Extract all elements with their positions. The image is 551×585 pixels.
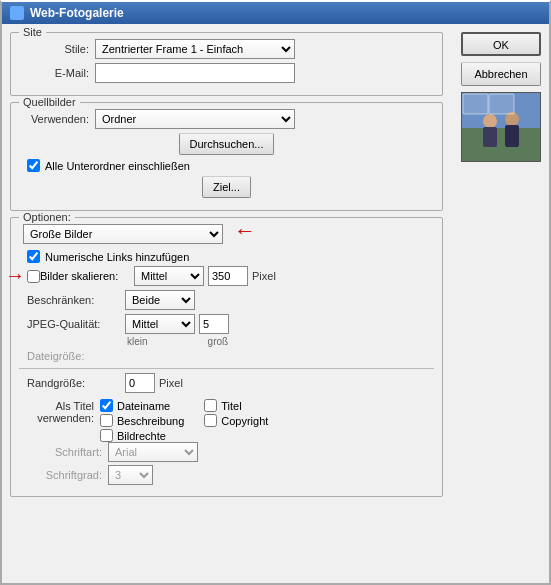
- schriftart-row: Schriftart: Arial: [27, 442, 434, 462]
- restrict-label: Beschränken:: [27, 294, 117, 306]
- target-button[interactable]: Ziel...: [202, 176, 251, 198]
- email-row: E-Mail:: [19, 63, 434, 83]
- scale-checkbox[interactable]: [27, 270, 40, 283]
- rand-pixel-label: Pixel: [159, 377, 183, 389]
- svg-rect-6: [505, 125, 519, 147]
- cb-beschreibung-item: Beschreibung: [100, 414, 184, 427]
- svg-rect-7: [463, 94, 488, 114]
- preview-svg: [462, 93, 540, 161]
- quellbilder-label: Quellbilder: [19, 96, 80, 108]
- quellbilder-group: Quellbilder Verwenden: Ordner Durchsuche…: [10, 102, 443, 211]
- subfolders-row: Alle Unterordner einschließen: [27, 159, 434, 172]
- subfolders-label: Alle Unterordner einschließen: [45, 160, 190, 172]
- options-select[interactable]: Große Bilder: [23, 224, 223, 244]
- dateigroesse-label: Dateigröße:: [27, 350, 117, 362]
- svg-rect-2: [462, 128, 540, 161]
- ok-button[interactable]: OK: [461, 32, 541, 56]
- jpeg-label: JPEG-Qualität:: [27, 318, 117, 330]
- dateiname-label: Dateiname: [117, 400, 170, 412]
- verwenden-select[interactable]: Ordner: [95, 109, 295, 129]
- main-panel: Site Stile: Zentrierter Frame 1 - Einfac…: [10, 32, 443, 503]
- verwenden-row: Verwenden: Ordner: [19, 109, 434, 129]
- restrict-row: Beschränken: Beide: [27, 290, 434, 310]
- stile-label: Stile:: [19, 43, 89, 55]
- rand-row: Randgröße: Pixel: [27, 373, 434, 393]
- window-icon: [10, 6, 24, 20]
- size-large-label: groß: [208, 336, 229, 347]
- size-labels: klein groß: [127, 336, 434, 347]
- scale-select[interactable]: Mittel: [134, 266, 204, 286]
- cb-bildrechte-item: Bildrechte: [100, 429, 184, 442]
- als-titel-label: Als Titel verwenden:: [19, 399, 94, 424]
- site-group-label: Site: [19, 26, 46, 38]
- window-title: Web-Fotogalerie: [30, 6, 124, 20]
- dateiname-checkbox[interactable]: [100, 399, 113, 412]
- als-titel-checkboxes: Dateiname Titel Beschreibung Copyri: [100, 399, 289, 442]
- svg-point-3: [483, 114, 497, 128]
- verwenden-label: Verwenden:: [19, 113, 89, 125]
- schriftgrad-row: Schriftgrad: 3: [27, 465, 434, 485]
- email-label: E-Mail:: [19, 67, 89, 79]
- email-input[interactable]: [95, 63, 295, 83]
- scale-label: Bilder skalieren:: [40, 270, 130, 282]
- browse-button[interactable]: Durchsuchen...: [179, 133, 275, 155]
- schriftart-label: Schriftart:: [27, 446, 102, 458]
- copyright-checkbox[interactable]: [204, 414, 217, 427]
- bildrechte-label: Bildrechte: [117, 430, 166, 442]
- bildrechte-checkbox[interactable]: [100, 429, 113, 442]
- size-small-label: klein: [127, 336, 148, 347]
- scale-pixel-label: Pixel: [252, 270, 276, 282]
- titel-label: Titel: [221, 400, 241, 412]
- arrow-scale-icon: →: [5, 264, 25, 287]
- numeric-links-row: Numerische Links hinzufügen: [27, 250, 434, 263]
- preview-inner: [462, 93, 540, 161]
- als-titel-row: Als Titel verwenden: Dateiname Titel: [19, 399, 434, 442]
- restrict-select[interactable]: Beide: [125, 290, 195, 310]
- main-window: Web-Fotogalerie Site Stile: Zentrierter …: [0, 0, 551, 585]
- titel-checkbox[interactable]: [204, 399, 217, 412]
- cb-copyright-item: Copyright: [204, 414, 288, 427]
- right-panel: OK Abbrechen: [451, 32, 541, 503]
- target-btn-container: Ziel...: [19, 176, 434, 198]
- title-bar: Web-Fotogalerie: [2, 2, 549, 24]
- scale-row: → Bilder skalieren: Mittel 350 Pixel: [27, 266, 434, 286]
- subfolders-checkbox[interactable]: [27, 159, 40, 172]
- copyright-label: Copyright: [221, 415, 268, 427]
- options-header: Große Bilder ←: [19, 224, 434, 244]
- cb-titel-item: Titel: [204, 399, 288, 412]
- arrow-right-icon: ←: [234, 220, 256, 242]
- jpeg-row: JPEG-Qualität: Mittel 5: [27, 314, 434, 334]
- cancel-button[interactable]: Abbrechen: [461, 62, 541, 86]
- rand-label: Randgröße:: [27, 377, 117, 389]
- schriftgrad-label: Schriftgrad:: [27, 469, 102, 481]
- browse-btn-container: Durchsuchen...: [19, 133, 434, 155]
- stile-select[interactable]: Zentrierter Frame 1 - Einfach: [95, 39, 295, 59]
- jpeg-select[interactable]: Mittel: [125, 314, 195, 334]
- dateigroesse-row: Dateigröße:: [27, 350, 434, 362]
- schriftart-select[interactable]: Arial: [108, 442, 198, 462]
- numeric-links-checkbox[interactable]: [27, 250, 40, 263]
- scale-px-input[interactable]: 350: [208, 266, 248, 286]
- rand-input[interactable]: [125, 373, 155, 393]
- stile-row: Stile: Zentrierter Frame 1 - Einfach: [19, 39, 434, 59]
- site-group: Site Stile: Zentrierter Frame 1 - Einfac…: [10, 32, 443, 96]
- beschreibung-checkbox[interactable]: [100, 414, 113, 427]
- cb-dateiname-item: Dateiname: [100, 399, 184, 412]
- numeric-links-label: Numerische Links hinzufügen: [45, 251, 189, 263]
- options-section-label: Optionen:: [19, 211, 75, 223]
- jpeg-number-input[interactable]: 5: [199, 314, 229, 334]
- svg-rect-8: [489, 94, 514, 114]
- schriftgrad-select[interactable]: 3: [108, 465, 153, 485]
- preview-image: [461, 92, 541, 162]
- beschreibung-label: Beschreibung: [117, 415, 184, 427]
- options-section: Optionen: Große Bilder ← Numerische Link…: [10, 217, 443, 497]
- svg-rect-4: [483, 127, 497, 147]
